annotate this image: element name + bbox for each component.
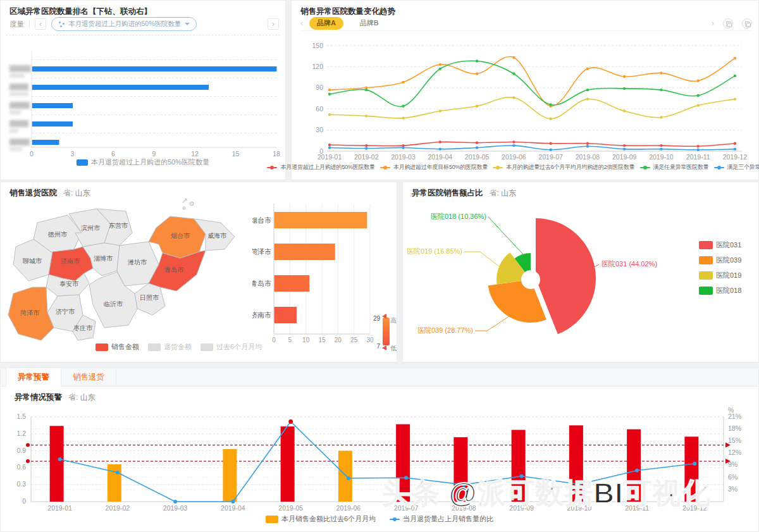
next-measure-button[interactable]: [268, 18, 279, 30]
bar[interactable]: [32, 121, 73, 127]
line-series[interactable]: [330, 142, 735, 146]
bar-菏泽市[interactable]: [275, 244, 335, 260]
data-point[interactable]: [734, 75, 736, 77]
warning-bar-2019-05[interactable]: [281, 426, 295, 502]
data-point[interactable]: [635, 469, 639, 473]
data-point[interactable]: [734, 97, 736, 100]
data-point[interactable]: [231, 500, 235, 504]
data-point[interactable]: [586, 68, 589, 70]
data-point[interactable]: [660, 144, 662, 147]
data-point[interactable]: [697, 94, 700, 97]
data-point[interactable]: [402, 81, 404, 84]
data-point[interactable]: [734, 142, 736, 145]
data-point[interactable]: [697, 104, 700, 106]
warning-bar-2019-01[interactable]: [50, 426, 64, 502]
legend-item[interactable]: 本月销售金额比过去6个月月均: [266, 514, 376, 524]
data-point[interactable]: [476, 146, 478, 149]
data-point[interactable]: [660, 147, 662, 150]
data-point[interactable]: [439, 63, 441, 66]
prev-measure-button[interactable]: [35, 18, 46, 30]
line-series[interactable]: [330, 97, 735, 119]
data-point[interactable]: [577, 483, 581, 486]
legend-item[interactable]: 医院019: [699, 271, 741, 280]
data-point[interactable]: [476, 141, 478, 144]
bar[interactable]: [32, 140, 59, 145]
data-point[interactable]: [476, 72, 478, 75]
data-point[interactable]: [734, 147, 736, 150]
data-point[interactable]: [697, 145, 700, 147]
legend-item[interactable]: 销售金额: [96, 342, 139, 352]
data-point[interactable]: [586, 97, 589, 100]
data-point[interactable]: [439, 109, 441, 112]
data-point[interactable]: [549, 118, 552, 120]
warning-bar-2019-10[interactable]: [569, 425, 583, 502]
warning-bar-2019-02[interactable]: [108, 464, 121, 502]
data-point[interactable]: [697, 149, 700, 151]
data-point[interactable]: [439, 147, 441, 150]
data-point[interactable]: [623, 87, 626, 90]
warning-bar-2019-09[interactable]: [512, 430, 526, 502]
data-point[interactable]: [549, 142, 552, 145]
data-point[interactable]: [660, 71, 662, 74]
data-point[interactable]: [328, 144, 331, 146]
warning-bar-2019-08[interactable]: [454, 437, 467, 502]
tab-销售退货[interactable]: 销售退货: [61, 368, 116, 386]
legend-item[interactable]: 当月退货量占上月销售量的比: [390, 514, 493, 524]
data-point[interactable]: [328, 89, 331, 91]
data-point[interactable]: [586, 89, 589, 91]
bar-济南市[interactable]: [275, 307, 297, 323]
data-point[interactable]: [476, 105, 478, 108]
data-point[interactable]: [623, 109, 626, 112]
data-point[interactable]: [402, 105, 404, 108]
data-point[interactable]: [439, 68, 441, 70]
data-point[interactable]: [404, 476, 408, 479]
data-point[interactable]: [402, 116, 404, 119]
bar[interactable]: [32, 85, 209, 90]
restore-icon[interactable]: [723, 18, 733, 28]
data-point[interactable]: [586, 145, 589, 147]
warning-bar-2019-07[interactable]: [396, 424, 410, 502]
pie-slice-医院039[interactable]: [488, 280, 546, 323]
bar[interactable]: [32, 103, 73, 108]
data-point[interactable]: [173, 500, 177, 504]
data-point[interactable]: [328, 113, 331, 116]
legend-item[interactable]: 满足任意异常医院数量: [640, 163, 709, 171]
legend-item[interactable]: 过去6个月月均: [201, 342, 262, 352]
data-point[interactable]: [462, 483, 466, 486]
data-point[interactable]: [623, 144, 626, 147]
legend-item[interactable]: 医院018: [699, 286, 741, 295]
visual-map-gradient[interactable]: [383, 318, 390, 345]
bar-烟台市[interactable]: [275, 212, 367, 228]
legend-item[interactable]: 退货金额: [148, 342, 192, 352]
data-point[interactable]: [365, 147, 367, 149]
legend-item[interactable]: 医院039: [699, 256, 741, 265]
data-point[interactable]: [549, 149, 552, 151]
legend-item[interactable]: 本月购进超过年度目标50%的医院数量: [380, 163, 488, 171]
brand-tag-unselected[interactable]: 品牌B: [352, 17, 386, 30]
legend-item[interactable]: 本月退货超过上月购进的50%医院数量: [77, 158, 209, 167]
data-point[interactable]: [288, 419, 293, 424]
warning-bar-2019-06[interactable]: [338, 451, 352, 502]
data-point[interactable]: [697, 79, 700, 82]
data-point[interactable]: [328, 93, 331, 96]
legend-item[interactable]: 本月退货超过上月购进的50%医院数量: [267, 163, 374, 171]
data-point[interactable]: [660, 116, 662, 118]
data-point[interactable]: [512, 96, 515, 99]
data-point[interactable]: [520, 474, 524, 478]
data-point[interactable]: [116, 471, 120, 474]
data-point[interactable]: [476, 59, 478, 62]
data-point[interactable]: [402, 146, 404, 149]
line-series[interactable]: [330, 56, 735, 106]
data-point[interactable]: [693, 462, 696, 466]
data-point[interactable]: [660, 89, 662, 91]
data-point[interactable]: [347, 476, 350, 480]
legend-item[interactable]: 医院031: [699, 240, 741, 250]
data-point[interactable]: [365, 144, 367, 147]
data-point[interactable]: [365, 114, 367, 117]
data-point[interactable]: [512, 56, 515, 59]
data-point[interactable]: [58, 457, 62, 461]
legend-item[interactable]: 满足三个异常医院数量: [714, 163, 759, 171]
chevron-left-icon[interactable]: ‹: [300, 19, 303, 28]
export-icon[interactable]: [742, 18, 752, 28]
warning-bar-2019-04[interactable]: [223, 449, 237, 502]
